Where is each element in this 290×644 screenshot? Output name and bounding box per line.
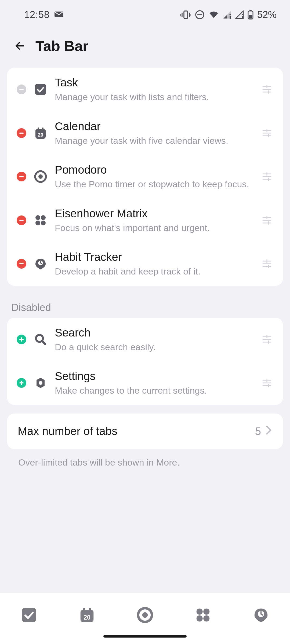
row-desc: Use the Pomo timer or stopwatch to keep … xyxy=(55,178,253,190)
svg-point-11 xyxy=(242,14,243,15)
row-desc: Manage your task with five calendar view… xyxy=(55,135,253,147)
remove-button[interactable] xyxy=(17,172,26,181)
tab-calendar[interactable] xyxy=(74,602,100,628)
svg-rect-13 xyxy=(249,15,252,19)
vibrate-icon xyxy=(180,10,191,20)
row-desc: Do a quick search easily. xyxy=(55,341,253,353)
row-habit: Habit Tracker Develop a habit and keep t… xyxy=(7,242,283,286)
svg-rect-8 xyxy=(230,16,231,19)
signal-1-icon xyxy=(223,10,231,19)
remove-button[interactable] xyxy=(17,215,26,225)
header: Tab Bar xyxy=(0,30,290,68)
dnd-icon xyxy=(195,10,205,20)
svg-point-9 xyxy=(229,14,231,15)
add-button[interactable] xyxy=(17,335,26,344)
row-title: Task xyxy=(55,76,253,89)
row-settings: Settings Make changes to the current set… xyxy=(7,361,283,405)
battery-percent: 52% xyxy=(257,9,277,20)
row-title: Pomodoro xyxy=(55,163,253,176)
row-desc: Focus on what's important and urgent. xyxy=(55,222,253,234)
arrow-left-icon xyxy=(13,39,26,52)
voicemail-icon xyxy=(54,9,64,20)
drag-handle[interactable] xyxy=(260,171,273,182)
wifi-icon xyxy=(208,10,219,19)
max-tabs-hint: Over-limited tabs will be shown in More. xyxy=(0,452,290,473)
row-task: Task Manage your task with lists and fil… xyxy=(7,68,283,111)
row-search: Search Do a quick search easily. xyxy=(7,318,283,361)
drag-handle[interactable] xyxy=(260,84,273,95)
signal-2-icon xyxy=(235,10,244,19)
enabled-tabs-card: Task Manage your task with lists and fil… xyxy=(7,68,283,286)
page-title: Tab Bar xyxy=(35,38,88,54)
home-indicator[interactable] xyxy=(103,635,187,638)
svg-rect-14 xyxy=(249,10,252,11)
row-title: Habit Tracker xyxy=(55,251,253,264)
row-title: Calendar xyxy=(55,120,253,133)
back-button[interactable] xyxy=(12,38,28,54)
drag-handle[interactable] xyxy=(260,215,273,226)
remove-button[interactable] xyxy=(17,128,26,138)
row-desc: Develop a habit and keep track of it. xyxy=(55,266,253,277)
settings-icon xyxy=(34,376,47,390)
pomodoro-icon xyxy=(34,170,47,183)
disabled-tabs-card: Search Do a quick search easily. Setting… xyxy=(7,318,283,405)
row-matrix: Eisenhower Matrix Focus on what's import… xyxy=(7,199,283,242)
drag-handle[interactable] xyxy=(260,378,273,388)
svg-rect-10 xyxy=(242,16,243,19)
add-button[interactable] xyxy=(17,378,26,388)
battery-icon xyxy=(248,10,253,20)
max-tabs-label: Max number of tabs xyxy=(18,425,117,438)
status-right: 52% xyxy=(180,9,277,20)
remove-button[interactable] xyxy=(17,259,26,269)
row-title: Search xyxy=(55,326,253,339)
chevron-right-icon xyxy=(265,425,272,438)
row-title: Settings xyxy=(55,370,253,383)
habit-icon xyxy=(34,257,47,270)
tab-habit[interactable] xyxy=(248,602,274,628)
row-desc: Make changes to the current settings. xyxy=(55,385,253,396)
task-icon xyxy=(34,83,47,96)
bottom-tab-bar xyxy=(0,593,290,644)
matrix-icon xyxy=(34,214,47,227)
tab-pomodoro[interactable] xyxy=(132,602,158,628)
calendar-icon xyxy=(34,126,47,140)
row-title: Eisenhower Matrix xyxy=(55,207,253,220)
drag-handle[interactable] xyxy=(260,258,273,269)
svg-rect-1 xyxy=(184,11,188,19)
status-time: 12:58 xyxy=(24,9,50,20)
remove-disabled-icon xyxy=(17,85,26,94)
row-desc: Manage your task with lists and filters. xyxy=(55,91,253,103)
status-left: 12:58 xyxy=(24,9,64,20)
tab-matrix[interactable] xyxy=(190,602,216,628)
drag-handle[interactable] xyxy=(260,334,273,345)
row-pomodoro: Pomodoro Use the Pomo timer or stopwatch… xyxy=(7,155,283,199)
tab-task[interactable] xyxy=(16,602,42,628)
max-tabs-value: 5 xyxy=(255,425,261,437)
drag-handle[interactable] xyxy=(260,128,273,138)
search-icon xyxy=(34,333,47,346)
status-bar: 12:58 52% xyxy=(0,0,290,30)
max-tabs-card[interactable]: Max number of tabs 5 xyxy=(7,414,283,449)
disabled-section-label: Disabled xyxy=(0,294,290,318)
row-calendar: Calendar Manage your task with five cale… xyxy=(7,111,283,155)
